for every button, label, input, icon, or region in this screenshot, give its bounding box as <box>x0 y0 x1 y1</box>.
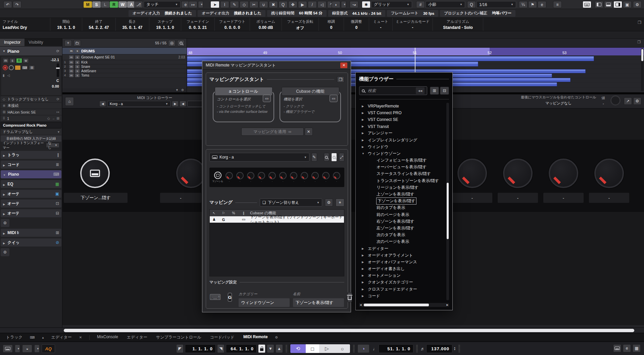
tree-expand-icon[interactable] <box>362 145 368 148</box>
zoom-fit-icon[interactable]: ⤢ <box>339 153 345 162</box>
track-state-button[interactable]: s <box>9 58 15 63</box>
patch-row[interactable]: Compressed Rock Piano <box>1 122 61 128</box>
section-icon[interactable]: ∥ <box>57 152 59 157</box>
midi-remote-button[interactable] <box>583 1 591 8</box>
lower-zone-tab[interactable]: コードパッド <box>210 335 234 340</box>
color-tool-button[interactable]: ◗ <box>332 1 340 8</box>
info-column[interactable]: ミュージカルモード - <box>393 18 433 31</box>
diamond-icon[interactable]: ◇ <box>47 117 50 120</box>
surface-knob[interactable] <box>226 172 233 179</box>
inspector-section[interactable]: EQ ▦ <box>1 180 61 188</box>
expand-icon[interactable] <box>3 152 5 158</box>
home-icon[interactable]: ⌂ <box>65 97 74 106</box>
inspector-section[interactable]: オーディオ Sends ⊡ <box>1 199 61 208</box>
controller-dropdown[interactable]: Korg - a ▼ <box>107 101 171 107</box>
tree-item[interactable]: VST Transit <box>359 123 449 130</box>
tree-item[interactable]: インフォビューを表示/隠す <box>359 157 449 164</box>
mute-button[interactable]: m <box>69 55 73 59</box>
tree-horizontal-scrollbar[interactable]: ◀ ▶ <box>359 303 449 307</box>
edit-tool-button[interactable]: ▶ <box>298 1 307 8</box>
section-icon[interactable]: ⊘ <box>56 240 59 245</box>
surface-knob[interactable] <box>322 172 330 179</box>
tree-expand-icon[interactable] <box>362 247 368 250</box>
horizontal-scrollbar[interactable] <box>0 327 644 333</box>
surface-knob-cell[interactable]: · <box>235 172 245 183</box>
punch-out-button[interactable]: ▲ <box>276 344 283 353</box>
expand-icon[interactable] <box>3 171 6 177</box>
keyboard-dropdown-icon[interactable]: ▼ <box>15 345 20 353</box>
undo-button[interactable]: ↶ <box>3 1 12 8</box>
automation-state-button[interactable]: M <box>84 1 92 8</box>
quantize-preset-dropdown[interactable]: 1/16▼ <box>477 1 516 8</box>
open-in-window-icon[interactable]: ❐ <box>337 76 344 83</box>
clear-function-icon[interactable]: ▭ <box>330 95 338 102</box>
expand-icon[interactable] <box>3 201 5 207</box>
snapshot-icon[interactable]: ◎ <box>168 40 176 46</box>
mute-button[interactable]: m <box>69 60 73 64</box>
volume-value[interactable]: 0.00 <box>52 84 59 88</box>
tree-item[interactable]: VST Connect PRO <box>359 109 449 116</box>
surface-knob[interactable] <box>311 172 319 179</box>
reset-search-icon[interactable]: ◀◀ <box>416 87 425 94</box>
collapse-all-icon[interactable]: ⊟ <box>440 87 449 95</box>
gain-value[interactable]: -12.1 <box>51 58 59 62</box>
track-header[interactable]: ▼ Piano ⟳ <box>0 47 62 55</box>
info-column[interactable]: 開始 19. 1. 1. 0 <box>50 18 82 31</box>
next-controller-icon[interactable]: ▶ <box>172 101 179 107</box>
snap-type-dropdown[interactable]: グリッド▼ <box>371 1 412 8</box>
automation-state-button[interactable]: R <box>110 1 118 8</box>
zoom-out-icon[interactable] <box>324 153 330 162</box>
search-icon[interactable] <box>177 40 185 46</box>
tree-item[interactable]: 次のページを表示 <box>359 238 449 245</box>
tree-expand-icon[interactable] <box>362 112 368 115</box>
chevron-up-icon[interactable]: ▴ <box>42 336 44 339</box>
info-column[interactable]: 移調 0 <box>319 18 344 31</box>
status-item[interactable]: オーディオ入力 接続されました <box>129 10 196 17</box>
surface-knob-cell[interactable]: · <box>267 172 277 183</box>
tree-item[interactable]: ステータスラインを表示/隠す <box>359 171 449 177</box>
edit-tool-button[interactable]: ✥ <box>288 1 297 8</box>
global-scope-button[interactable]: G <box>228 293 232 302</box>
inspector-section[interactable]: コード ≣ <box>1 161 61 169</box>
knob[interactable] <box>503 159 533 188</box>
goto-left-locator-button[interactable]: ◤ <box>176 344 184 353</box>
knob[interactable] <box>457 159 487 188</box>
jog-shuttle-button[interactable]: ◑ <box>357 344 369 353</box>
tempo-value[interactable]: 137.000 <box>426 344 452 353</box>
project-position-value[interactable]: 51. 1. 1. 0 <box>379 344 413 353</box>
inspector-section[interactable]: クイックコントロール ⊘ <box>1 238 61 247</box>
instrument-row[interactable]: ⊞ HALion Sonic SE ↦ <box>1 109 61 115</box>
input-routing-row[interactable]: ≣ 未接続 <box>1 103 61 108</box>
expand-icon[interactable] <box>3 239 5 246</box>
window-layout-button[interactable]: ▣ <box>623 1 632 8</box>
lower-zone-tab[interactable]: エディター <box>127 335 147 340</box>
automation-state-button[interactable]: L <box>101 1 109 8</box>
surface-knob[interactable] <box>279 172 287 179</box>
solo-button[interactable]: s <box>75 65 80 69</box>
left-zone-toggle[interactable] <box>595 1 603 8</box>
value-mode-column-icon[interactable]: % <box>229 211 239 215</box>
surface-knob[interactable] <box>333 172 340 179</box>
open-mapping-assistant-icon[interactable]: ↗ <box>624 97 632 105</box>
tree-item[interactable]: リージョンを表示/隠す <box>359 184 449 191</box>
grid-icon[interactable]: ⊞ <box>57 117 59 120</box>
mute-button[interactable]: m <box>69 49 73 53</box>
track-state-button[interactable]: w <box>23 58 29 63</box>
track-state-button[interactable]: R <box>16 58 22 63</box>
tab-track[interactable]: トラック <box>6 335 22 340</box>
tree-item[interactable]: コード <box>359 293 449 299</box>
section-icon[interactable]: ⌨ <box>53 172 59 177</box>
surface-knob[interactable] <box>236 172 244 179</box>
edit-tool-button[interactable]: / <box>308 1 317 8</box>
solo-button[interactable]: s <box>75 60 80 64</box>
expand-icon[interactable] <box>3 230 5 236</box>
audio-event[interactable] <box>187 56 594 61</box>
tree-expand-icon[interactable] <box>362 254 368 257</box>
knob[interactable] <box>176 159 206 188</box>
section-icon[interactable]: ≣ <box>56 162 59 167</box>
info-line-setup-icon[interactable]: ❐ <box>638 20 641 25</box>
edit-tool-button[interactable]: ∪ <box>259 1 268 8</box>
edit-tool-button[interactable]: ◁ <box>317 1 327 8</box>
surface-knob[interactable] <box>301 172 308 179</box>
grid-type-dropdown[interactable]: 小節▼ <box>426 1 465 8</box>
